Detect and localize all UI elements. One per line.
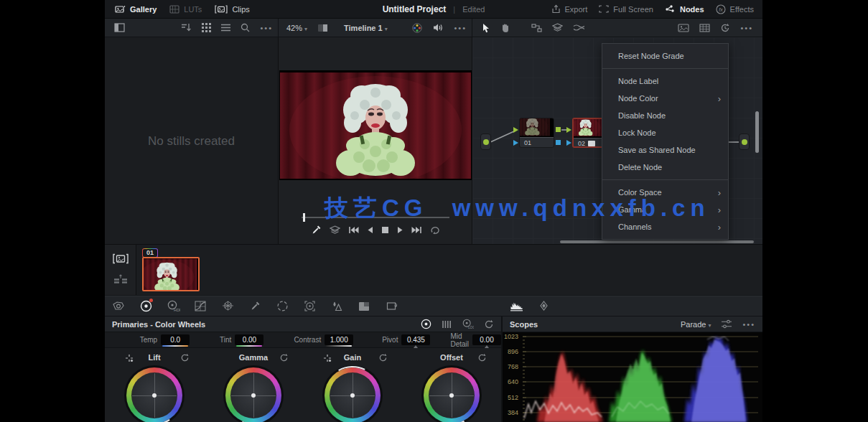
lift-printer-light-icon[interactable] bbox=[125, 354, 134, 362]
keyframes-toggle-tab[interactable] bbox=[530, 301, 557, 311]
source-port[interactable] bbox=[483, 139, 489, 145]
bars-mode-icon[interactable] bbox=[442, 319, 452, 329]
blur-tab[interactable] bbox=[323, 296, 350, 316]
tracker-tab[interactable] bbox=[296, 296, 323, 316]
tint-value[interactable]: 0.00 bbox=[235, 334, 263, 345]
fullscreen-button[interactable]: Full Screen bbox=[599, 5, 653, 14]
menu-item-gamma[interactable]: Gamma› bbox=[602, 201, 728, 218]
scope-settings-icon[interactable] bbox=[721, 319, 732, 329]
node-01-rgb-output-port[interactable] bbox=[556, 127, 561, 132]
wipe-mode-button[interactable] bbox=[330, 225, 340, 235]
curves-tab[interactable] bbox=[187, 296, 214, 316]
gamma-reset-icon[interactable] bbox=[279, 353, 289, 362]
viewer-scrubber[interactable] bbox=[302, 217, 449, 218]
offset-level-arc[interactable] bbox=[421, 365, 482, 422]
sizing-tab[interactable] bbox=[378, 296, 405, 316]
color-wheels-tab[interactable] bbox=[132, 296, 159, 316]
gain-wheel[interactable] bbox=[322, 365, 383, 422]
lift-level-arc[interactable] bbox=[124, 365, 185, 422]
scope-mode-selector[interactable]: Parade▾ bbox=[681, 320, 711, 329]
node-panel-vertical-scrollbar[interactable] bbox=[755, 111, 759, 153]
export-button[interactable]: Export bbox=[551, 4, 588, 14]
menu-item-reset-node-grade[interactable]: Reset Node Grade bbox=[602, 47, 728, 65]
menu-item-color-space[interactable]: Color Space› bbox=[602, 184, 728, 201]
search-stills-button[interactable] bbox=[235, 19, 255, 37]
menu-item-node-color[interactable]: Node Color› bbox=[602, 90, 728, 107]
offset-reset-icon[interactable] bbox=[477, 353, 487, 362]
history-button[interactable] bbox=[715, 19, 735, 37]
reset-grade-icon[interactable] bbox=[484, 319, 494, 329]
clips-view-icon[interactable] bbox=[113, 253, 129, 264]
loop-button[interactable] bbox=[430, 225, 440, 235]
menu-item-delete-node[interactable]: Delete Node bbox=[602, 159, 728, 176]
wheels-mode-icon[interactable] bbox=[421, 319, 431, 329]
node-panel-horizontal-scrollbar[interactable] bbox=[560, 240, 754, 243]
nodes-toggle-button[interactable]: Nodes bbox=[665, 4, 704, 14]
sort-order-button[interactable] bbox=[176, 19, 197, 37]
grid-view-button[interactable] bbox=[197, 19, 216, 37]
gamma-level-arc[interactable] bbox=[223, 365, 284, 422]
log-mode-icon[interactable]: LOG bbox=[462, 319, 474, 329]
stills-panel-toggle[interactable] bbox=[109, 19, 130, 37]
grab-still-eyedropper-button[interactable] bbox=[312, 225, 322, 235]
output-port[interactable] bbox=[742, 139, 747, 145]
node-01-key-input-port[interactable] bbox=[513, 140, 518, 146]
node-02-rgb-input-port[interactable] bbox=[566, 127, 571, 133]
contrast-value[interactable]: 1.000 bbox=[325, 334, 353, 345]
output-node[interactable] bbox=[739, 133, 750, 150]
go-to-start-button[interactable] bbox=[348, 226, 359, 234]
step-back-button[interactable] bbox=[367, 226, 373, 234]
gallery-toggle-button[interactable]: Gallery bbox=[115, 5, 157, 14]
menu-item-node-label[interactable]: Node Label bbox=[602, 72, 728, 90]
offset-wheel[interactable] bbox=[421, 365, 482, 422]
power-window-tab[interactable] bbox=[269, 296, 296, 316]
lift-wheel[interactable] bbox=[124, 365, 185, 422]
lightbox-button[interactable] bbox=[694, 19, 715, 37]
qualifier-tab[interactable] bbox=[241, 296, 269, 316]
gallery-more-button[interactable]: ••• bbox=[255, 19, 278, 37]
menu-item-channels[interactable]: Channels› bbox=[602, 218, 728, 235]
add-node-button[interactable] bbox=[526, 19, 547, 37]
viewer-video[interactable] bbox=[279, 70, 472, 180]
effects-button[interactable]: fx Effects bbox=[716, 4, 754, 14]
temp-value[interactable]: 0.0 bbox=[161, 334, 190, 345]
mid-detail-value[interactable]: 0.00 bbox=[472, 334, 501, 345]
corrector-node-01[interactable]: 01 bbox=[519, 118, 554, 148]
playhead[interactable] bbox=[303, 213, 305, 222]
node-more-button[interactable]: ••• bbox=[735, 19, 758, 37]
viewer-more-button[interactable]: ••• bbox=[449, 19, 472, 37]
luts-toggle-button[interactable]: LUTs bbox=[169, 5, 202, 14]
node-graph-panel[interactable]: 01 02 Reset Node Grade bbox=[472, 37, 762, 244]
go-to-end-button[interactable] bbox=[411, 226, 422, 234]
hdr-wheels-tab[interactable]: HDR bbox=[159, 296, 187, 316]
node-01-rgb-input-port[interactable] bbox=[513, 127, 518, 133]
clip-thumbnail-01[interactable] bbox=[142, 257, 200, 291]
lift-reset-icon[interactable] bbox=[180, 353, 190, 362]
play-button[interactable] bbox=[397, 226, 403, 234]
pointer-tool-button[interactable] bbox=[477, 19, 495, 37]
bypass-grades-toggle[interactable] bbox=[312, 19, 333, 37]
pivot-value[interactable]: 0.435 bbox=[401, 334, 430, 345]
scopes-more-button[interactable]: ••• bbox=[742, 320, 755, 329]
color-warper-tab[interactable] bbox=[214, 296, 241, 316]
gain-level-arc[interactable] bbox=[322, 365, 383, 422]
viewer-zoom-select[interactable]: 42%▾ bbox=[281, 19, 312, 37]
source-node[interactable] bbox=[480, 133, 491, 150]
node-02-key-input-port[interactable] bbox=[566, 140, 571, 146]
node-01-key-output-port[interactable] bbox=[556, 140, 561, 145]
menu-item-lock-node[interactable]: Lock Node bbox=[602, 124, 728, 141]
key-tab[interactable] bbox=[350, 296, 378, 316]
enhanced-viewer-button[interactable] bbox=[406, 19, 428, 37]
mixer-tool-button[interactable] bbox=[568, 19, 589, 37]
audio-mute-button[interactable] bbox=[428, 19, 449, 37]
stop-button[interactable] bbox=[381, 226, 389, 234]
pan-tool-button[interactable] bbox=[495, 19, 515, 37]
gamma-wheel[interactable] bbox=[223, 365, 284, 422]
still-preview-button[interactable] bbox=[673, 19, 694, 37]
menu-item-disable-node[interactable]: Disable Node bbox=[602, 107, 728, 124]
camera-raw-tab[interactable] bbox=[105, 296, 132, 316]
timeline-selector[interactable]: Timeline 1▾ bbox=[339, 19, 393, 37]
clips-toggle-button[interactable]: Clips bbox=[215, 5, 249, 14]
menu-item-save-as-shared-node[interactable]: Save as Shared Node bbox=[602, 141, 728, 159]
list-view-button[interactable] bbox=[216, 19, 235, 37]
